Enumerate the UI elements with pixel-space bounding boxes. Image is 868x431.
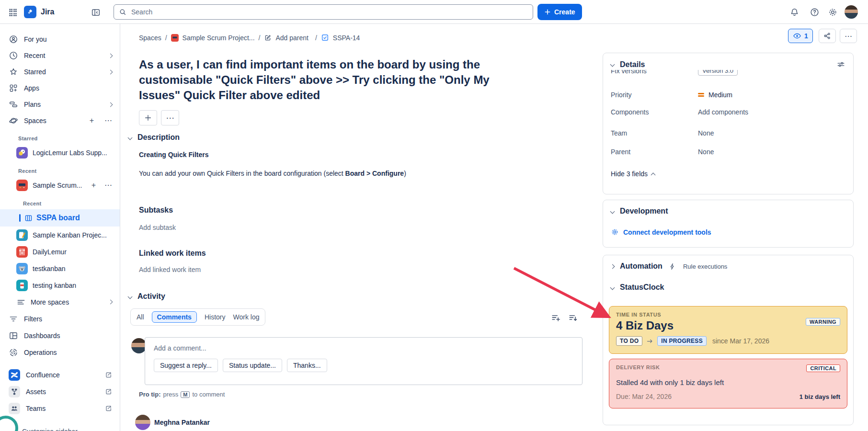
sidebar-item-for-you[interactable]: For you <box>0 31 120 47</box>
details-row-fix-versions[interactable]: Fix versions Version 3.0 <box>603 70 853 79</box>
activity-section-header[interactable]: Activity <box>128 292 165 301</box>
top-bar: Jira Create <box>0 0 868 24</box>
sidebar-item-plans[interactable]: Plans <box>0 96 120 113</box>
testing-kanban-project-icon <box>16 280 28 291</box>
notifications-button[interactable] <box>788 6 800 18</box>
sort-order-button[interactable] <box>567 312 580 324</box>
status-from-lozenge: TO DO <box>616 336 642 346</box>
activity-tabs: All Comments History Work log <box>130 308 265 326</box>
sidebar-item-assets[interactable]: Assets <box>0 383 120 400</box>
sidebar-item-operations[interactable]: Operations <box>0 344 120 361</box>
quick-reply-status-button[interactable]: Status update... <box>223 359 282 372</box>
create-button[interactable]: Create <box>537 4 582 20</box>
logiclemur-project-icon <box>16 147 28 159</box>
sidebar-item-filters[interactable]: Filters <box>0 310 120 327</box>
connect-dev-tools-link[interactable]: Connect development tools <box>603 228 853 236</box>
tab-all[interactable]: All <box>137 313 144 321</box>
jira-logo-icon <box>24 6 36 18</box>
sidebar-item-starred[interactable]: Starred <box>0 64 120 80</box>
add-space-icon[interactable]: + <box>90 117 94 125</box>
more-actions-button[interactable]: ⋯ <box>840 29 857 43</box>
tab-worklog[interactable]: Work log <box>233 313 259 321</box>
comment-display-options-button[interactable] <box>550 312 562 324</box>
sidebar-item-apps[interactable]: Apps <box>0 80 120 96</box>
add-content-button[interactable] <box>139 110 157 125</box>
breadcrumb-issue-key[interactable]: SSPA-14 <box>333 34 360 42</box>
sample-scrum-project-icon <box>16 180 28 191</box>
quick-reply-thanks-button[interactable]: Thanks... <box>287 359 327 372</box>
description-subheading: Creating Quick Filters <box>139 150 208 159</box>
breadcrumb-spaces-link[interactable]: Spaces <box>139 34 161 42</box>
sidebar-item-more-spaces[interactable]: More spaces <box>0 294 120 310</box>
chevron-right-icon <box>108 102 113 107</box>
list-add-icon <box>551 313 561 323</box>
details-header[interactable]: Details <box>603 53 853 69</box>
issue-more-actions-button[interactable]: ⋯ <box>161 110 179 125</box>
description-body[interactable]: You can add your own Quick Filters in th… <box>139 169 537 178</box>
spaces-more-icon[interactable]: ⋯ <box>104 117 112 125</box>
corner-help-bubble[interactable] <box>0 416 18 431</box>
sidebar-section-recent-nested: Recent <box>0 201 120 209</box>
configure-fields-button[interactable] <box>836 60 845 69</box>
details-row-components[interactable]: Components Add components <box>603 108 853 116</box>
search-bar[interactable] <box>114 4 533 20</box>
sidebar-item-recent[interactable]: Recent <box>0 47 120 64</box>
collapse-sidebar-button[interactable] <box>90 7 102 18</box>
comment-box[interactable]: Add a comment... Suggest a reply... Stat… <box>145 337 582 385</box>
hide-fields-label: Hide 3 fields <box>611 170 648 178</box>
sidebar-space-sample-kanban[interactable]: Sample Kanban Projec... <box>0 227 120 243</box>
more-icon[interactable]: ⋯ <box>104 181 112 189</box>
details-row-parent[interactable]: Parent None <box>603 148 853 156</box>
development-header[interactable]: Development <box>603 200 853 216</box>
add-subtask-button[interactable]: Add subtask <box>139 224 176 231</box>
tab-comments[interactable]: Comments <box>152 311 197 323</box>
space-label: DailyLemur <box>33 248 112 256</box>
details-row-team[interactable]: Team None <box>603 129 853 137</box>
sidebar-space-testkanban[interactable]: testkanban <box>0 260 120 277</box>
help-button[interactable] <box>809 6 820 18</box>
tab-history[interactable]: History <box>205 313 226 321</box>
details-row-priority[interactable]: Priority Medium <box>603 91 853 99</box>
user-avatar[interactable] <box>845 5 858 19</box>
breadcrumb-add-parent-link[interactable]: Add parent <box>275 34 308 42</box>
sidebar-space-dailylemur[interactable]: DailyLemur <box>0 243 120 260</box>
chevron-right-icon <box>108 69 113 74</box>
pro-tip-text: press <box>163 391 179 398</box>
fix-version-chip[interactable]: Version 3.0 <box>698 70 738 76</box>
settings-button[interactable] <box>827 6 838 18</box>
statusclock-header[interactable]: StatusClock <box>603 271 853 292</box>
sidebar-item-label: Spaces <box>24 117 84 125</box>
add-icon[interactable]: + <box>91 181 96 189</box>
sidebar-item-teams[interactable]: Teams <box>0 400 120 417</box>
pro-tip: Pro tip: press M to comment <box>139 391 225 398</box>
app-switcher-button[interactable] <box>7 6 19 19</box>
sidebar-item-spaces[interactable]: Spaces + ⋯ <box>0 113 120 129</box>
automation-header[interactable]: Automation Rule executions <box>603 255 853 271</box>
sidebar-item-sspa-board[interactable]: SSPA board <box>0 209 120 227</box>
field-value: None <box>698 148 714 156</box>
rule-executions-label[interactable]: Rule executions <box>683 263 728 270</box>
description-section-header[interactable]: Description <box>128 133 180 142</box>
comment-input-placeholder[interactable]: Add a comment... <box>154 344 573 352</box>
issue-title[interactable]: As a user, I can find important items on… <box>139 57 534 103</box>
share-button[interactable] <box>819 29 836 43</box>
sidebar-space-logiclemur[interactable]: LogicLemur Labs Supp... <box>0 144 120 161</box>
edit-pencil-icon <box>264 34 272 42</box>
add-linked-item-button[interactable]: Add linked work item <box>139 266 201 273</box>
sidebar-space-testing-kanban[interactable]: testing kanban <box>0 277 120 294</box>
hide-fields-button[interactable]: Hide 3 fields <box>603 170 853 178</box>
filters-icon <box>9 314 18 324</box>
sidebar-item-confluence[interactable]: Confluence <box>0 366 120 383</box>
sidebar-item-dashboards[interactable]: Dashboards <box>0 327 120 344</box>
breadcrumb-project-link[interactable]: Sample Scrum Project... <box>183 34 255 42</box>
jira-home-link[interactable]: Jira <box>24 6 54 18</box>
bell-icon <box>789 7 799 17</box>
assets-icon <box>9 386 20 397</box>
sidebar-space-sample-scrum[interactable]: Sample Scrum... + ⋯ <box>0 177 120 194</box>
watch-button[interactable]: 1 <box>788 29 813 43</box>
space-label: Sample Scrum... <box>33 181 87 189</box>
search-input[interactable] <box>130 8 528 16</box>
quick-reply-suggest-button[interactable]: Suggest a reply... <box>154 359 218 372</box>
external-link-icon <box>104 371 112 379</box>
chevron-right-icon <box>108 53 113 58</box>
